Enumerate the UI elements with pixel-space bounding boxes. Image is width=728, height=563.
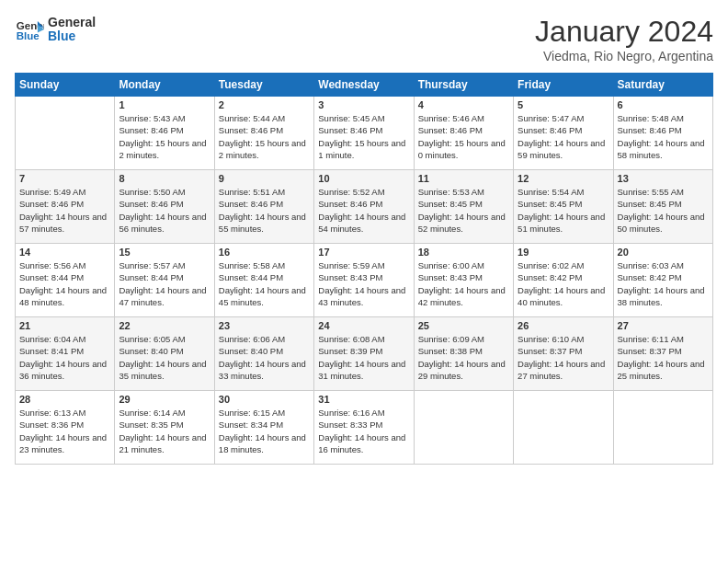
daylight: Daylight: 14 hours and 33 minutes. [219,358,310,383]
day-number: 20 [618,247,709,258]
calendar-week-row-2: 14 Sunrise: 5:56 AM Sunset: 8:44 PM Dayl… [16,244,713,317]
daylight: Daylight: 14 hours and 31 minutes. [318,358,409,383]
daylight: Daylight: 14 hours and 36 minutes. [19,358,110,383]
daylight: Daylight: 14 hours and 35 minutes. [119,358,210,383]
day-info: Sunrise: 6:00 AM Sunset: 8:43 PM Dayligh… [418,259,509,308]
sunrise: Sunrise: 6:06 AM [219,333,310,345]
day-info: Sunrise: 5:55 AM Sunset: 8:45 PM Dayligh… [618,186,709,235]
daylight: Daylight: 14 hours and 43 minutes. [318,284,409,309]
sunrise: Sunrise: 5:52 AM [318,186,409,198]
sunrise: Sunrise: 6:10 AM [518,333,609,345]
daylight: Daylight: 14 hours and 47 minutes. [119,284,210,309]
day-info: Sunrise: 5:44 AM Sunset: 8:46 PM Dayligh… [219,112,310,161]
sunset: Sunset: 8:44 PM [219,271,310,283]
calendar-cell: 11 Sunrise: 5:53 AM Sunset: 8:45 PM Dayl… [414,170,513,244]
daylight: Daylight: 14 hours and 52 minutes. [418,211,509,236]
sunset: Sunset: 8:46 PM [618,124,709,136]
sunrise: Sunrise: 6:08 AM [318,333,409,345]
logo-icon: General Blue [15,15,44,44]
sunrise: Sunrise: 5:44 AM [219,112,310,124]
th-tuesday: Tuesday [214,74,313,97]
th-wednesday: Wednesday [314,74,414,97]
sunrise: Sunrise: 5:58 AM [219,259,310,271]
day-number: 17 [318,247,409,258]
calendar-cell [613,391,712,465]
day-number: 18 [418,247,509,258]
sunrise: Sunrise: 6:16 AM [318,407,409,419]
sunrise: Sunrise: 5:45 AM [318,112,409,124]
sunset: Sunset: 8:33 PM [318,419,409,431]
sunrise: Sunrise: 6:15 AM [219,407,310,419]
day-number: 7 [19,173,110,184]
sunrise: Sunrise: 5:47 AM [518,112,609,124]
sunset: Sunset: 8:43 PM [418,271,509,283]
day-info: Sunrise: 6:11 AM Sunset: 8:37 PM Dayligh… [618,333,709,382]
sunrise: Sunrise: 5:56 AM [19,259,110,271]
calendar-cell: 10 Sunrise: 5:52 AM Sunset: 8:46 PM Dayl… [314,170,414,244]
sunset: Sunset: 8:35 PM [119,419,210,431]
sunrise: Sunrise: 5:54 AM [518,186,609,198]
day-info: Sunrise: 5:50 AM Sunset: 8:46 PM Dayligh… [119,186,210,235]
weekday-header-row: Sunday Monday Tuesday Wednesday Thursday… [16,74,713,97]
daylight: Daylight: 14 hours and 38 minutes. [618,284,709,309]
sunrise: Sunrise: 6:03 AM [618,259,709,271]
day-number: 9 [219,173,310,184]
sunset: Sunset: 8:44 PM [119,271,210,283]
daylight: Daylight: 14 hours and 56 minutes. [119,211,210,236]
day-number: 10 [318,173,409,184]
day-number: 26 [518,320,609,331]
sunset: Sunset: 8:46 PM [119,124,210,136]
calendar-cell: 1 Sunrise: 5:43 AM Sunset: 8:46 PM Dayli… [115,97,214,170]
day-number: 5 [518,99,609,110]
day-info: Sunrise: 5:52 AM Sunset: 8:46 PM Dayligh… [318,186,409,235]
calendar-cell: 17 Sunrise: 5:59 AM Sunset: 8:43 PM Dayl… [314,244,414,317]
calendar-cell: 16 Sunrise: 5:58 AM Sunset: 8:44 PM Dayl… [214,244,313,317]
sunrise: Sunrise: 6:02 AM [518,259,609,271]
calendar-cell: 9 Sunrise: 5:51 AM Sunset: 8:46 PM Dayli… [214,170,313,244]
day-info: Sunrise: 5:57 AM Sunset: 8:44 PM Dayligh… [119,259,210,308]
daylight: Daylight: 14 hours and 55 minutes. [219,211,310,236]
day-number: 14 [19,247,110,258]
day-info: Sunrise: 5:58 AM Sunset: 8:44 PM Dayligh… [219,259,310,308]
sunset: Sunset: 8:36 PM [19,419,110,431]
calendar-cell: 23 Sunrise: 6:06 AM Sunset: 8:40 PM Dayl… [214,317,313,391]
day-info: Sunrise: 6:06 AM Sunset: 8:40 PM Dayligh… [219,333,310,382]
day-number: 2 [219,99,310,110]
day-number: 6 [618,99,709,110]
calendar-week-row-4: 28 Sunrise: 6:13 AM Sunset: 8:36 PM Dayl… [16,391,713,465]
sunrise: Sunrise: 5:50 AM [119,186,210,198]
day-number: 16 [219,247,310,258]
day-number: 19 [518,247,609,258]
day-info: Sunrise: 6:10 AM Sunset: 8:37 PM Dayligh… [518,333,609,382]
sunset: Sunset: 8:34 PM [219,419,310,431]
daylight: Daylight: 14 hours and 18 minutes. [219,431,310,456]
daylight: Daylight: 14 hours and 54 minutes. [318,211,409,236]
daylight: Daylight: 15 hours and 2 minutes. [119,137,210,162]
daylight: Daylight: 14 hours and 16 minutes. [318,431,409,456]
day-info: Sunrise: 5:51 AM Sunset: 8:46 PM Dayligh… [219,186,310,235]
daylight: Daylight: 14 hours and 23 minutes. [19,431,110,456]
day-number: 28 [19,394,110,405]
th-sunday: Sunday [16,74,115,97]
sunset: Sunset: 8:46 PM [518,124,609,136]
sunrise: Sunrise: 6:13 AM [19,407,110,419]
calendar-cell: 20 Sunrise: 6:03 AM Sunset: 8:42 PM Dayl… [613,244,712,317]
calendar-cell: 30 Sunrise: 6:15 AM Sunset: 8:34 PM Dayl… [214,391,313,465]
logo-general: General [48,16,96,29]
day-number: 31 [318,394,409,405]
day-info: Sunrise: 6:05 AM Sunset: 8:40 PM Dayligh… [119,333,210,382]
sunset: Sunset: 8:44 PM [19,271,110,283]
day-number: 13 [618,173,709,184]
sunset: Sunset: 8:46 PM [318,124,409,136]
calendar-cell: 22 Sunrise: 6:05 AM Sunset: 8:40 PM Dayl… [115,317,214,391]
day-info: Sunrise: 5:47 AM Sunset: 8:46 PM Dayligh… [518,112,609,161]
sunset: Sunset: 8:37 PM [618,345,709,357]
calendar-cell: 5 Sunrise: 5:47 AM Sunset: 8:46 PM Dayli… [514,97,613,170]
day-info: Sunrise: 5:49 AM Sunset: 8:46 PM Dayligh… [19,186,110,235]
sunrise: Sunrise: 6:14 AM [119,407,210,419]
sunrise: Sunrise: 6:04 AM [19,333,110,345]
day-number: 25 [418,320,509,331]
day-number: 24 [318,320,409,331]
calendar-cell: 19 Sunrise: 6:02 AM Sunset: 8:42 PM Dayl… [514,244,613,317]
calendar-cell: 2 Sunrise: 5:44 AM Sunset: 8:46 PM Dayli… [214,97,313,170]
